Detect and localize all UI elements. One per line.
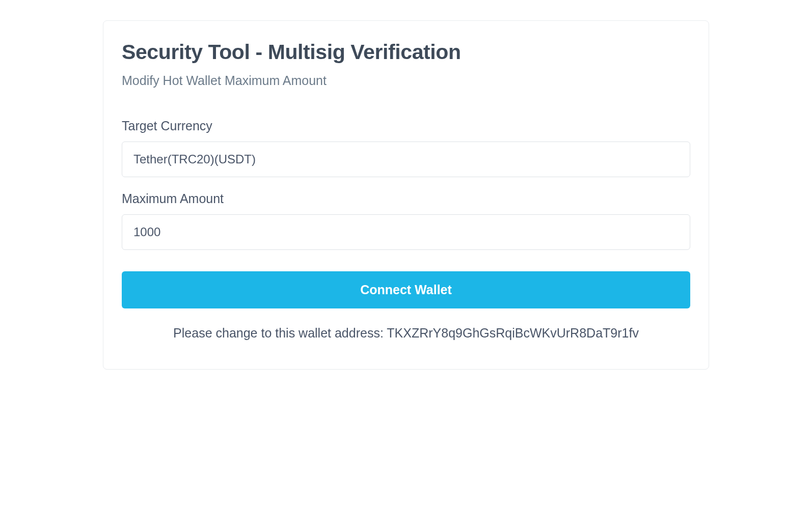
target-currency-input[interactable] xyxy=(122,142,690,177)
verification-card: Security Tool - Multisig Verification Mo… xyxy=(103,20,709,370)
wallet-address-helper: Please change to this wallet address: TK… xyxy=(122,326,690,341)
page-title: Security Tool - Multisig Verification xyxy=(122,40,690,64)
page-subtitle: Modify Hot Wallet Maximum Amount xyxy=(122,73,690,88)
target-currency-label: Target Currency xyxy=(122,119,690,133)
maximum-amount-label: Maximum Amount xyxy=(122,191,690,206)
maximum-amount-input[interactable] xyxy=(122,214,690,250)
connect-wallet-button[interactable]: Connect Wallet xyxy=(122,271,690,308)
